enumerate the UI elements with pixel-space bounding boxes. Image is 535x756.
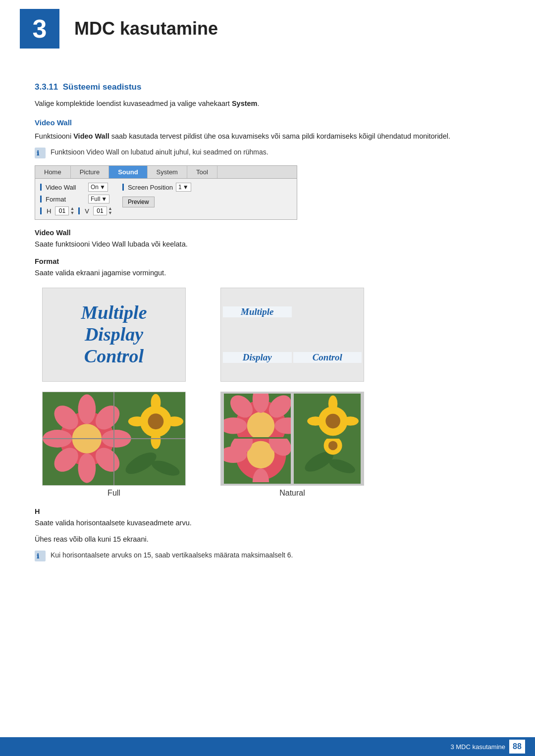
natural-caption: Natural <box>279 489 305 498</box>
video-wall-value: On <box>91 184 99 191</box>
section-intro: Valige komplektide loendist kuvaseadmed … <box>35 98 500 109</box>
v-bar <box>78 207 80 214</box>
format-img-full-photo <box>42 392 186 486</box>
tab-picture[interactable]: Picture <box>71 166 109 178</box>
screen-pos-select[interactable]: 1 ▼ <box>176 183 191 192</box>
note-box: ℹ Funktsioon Video Wall on lubatud ainul… <box>35 147 500 158</box>
format-item-natural-photo: Natural <box>213 392 372 498</box>
full-caption: Full <box>107 489 120 498</box>
h-label: H <box>47 207 51 215</box>
h-arrows[interactable]: ▲▼ <box>70 206 74 215</box>
format-item-full-mdc: MultipleDisplayControl <box>35 288 193 382</box>
format-grid: MultipleDisplayControl Multiple Display … <box>35 288 372 498</box>
ui-mockup: Home Picture Sound System Tool Video Wal… <box>35 165 297 220</box>
chapter-number-box: 3 <box>20 9 59 49</box>
format-img-natural-mdc: Multiple Display Control <box>220 288 364 382</box>
video-wall-bar <box>40 184 42 191</box>
mdc-text-full: MultipleDisplayControl <box>81 302 147 367</box>
svg-point-50 <box>328 441 338 450</box>
section-title: 3.3.11 Süsteemi seadistus <box>35 82 500 92</box>
chapter-number: 3 <box>33 14 47 44</box>
h-bar <box>40 207 42 214</box>
preview-button[interactable]: Preview <box>122 197 155 207</box>
h-label-main: H <box>35 507 500 515</box>
screen-pos-value: 1 <box>178 184 182 191</box>
video-wall-sub-label: Video Wall <box>35 229 500 237</box>
full-photo-svg <box>43 392 185 486</box>
format-arrow: ▼ <box>101 196 107 202</box>
svg-point-20 <box>165 416 183 426</box>
tab-tool[interactable]: Tool <box>187 166 217 178</box>
format-bar <box>40 196 42 202</box>
v-stepper[interactable]: ▲▼ <box>93 206 112 215</box>
svg-point-7 <box>78 394 96 424</box>
screen-pos-label: Screen Position <box>128 184 173 191</box>
format-img-natural-photo <box>220 392 364 486</box>
screen-position-row: Screen Position 1 ▼ <box>122 183 191 192</box>
svg-point-19 <box>128 416 146 426</box>
footer: 3 MDC kasutamine 88 <box>0 737 535 756</box>
format-value: Full <box>91 196 100 202</box>
note-text: Funktsioon Video Wall on lubatud ainult … <box>51 147 268 157</box>
svg-point-18 <box>151 431 160 449</box>
h-text1: Saate valida horisontaalsete kuvaseadmet… <box>35 517 500 529</box>
h-note-icon: ℹ <box>35 551 46 561</box>
section-heading: Süsteemi seadistus <box>63 82 142 92</box>
format-select[interactable]: Full ▼ <box>88 195 109 203</box>
note-icon: ℹ <box>35 148 46 158</box>
ui-tabs: Home Picture Sound System Tool <box>35 166 297 179</box>
svg-point-35 <box>325 414 340 429</box>
v-input[interactable] <box>93 206 107 215</box>
footer-page-number: 88 <box>509 740 525 754</box>
section-number: 3.3.11 <box>35 82 58 92</box>
video-wall-sub-text: Saate funktsiooni Video Wall lubada või … <box>35 239 500 250</box>
svg-point-16 <box>148 413 164 429</box>
tab-system[interactable]: System <box>148 166 187 178</box>
chapter-title: MDC kasutamine <box>74 18 218 39</box>
svg-point-17 <box>151 394 160 411</box>
format-sub-text: Saate valida ekraani jagamise vormingut. <box>35 267 500 279</box>
svg-point-37 <box>307 416 323 426</box>
h-note-text: Kui horisontaalsete arvuks on 15, saab v… <box>51 550 293 560</box>
h-input[interactable] <box>55 206 69 215</box>
h-stepper[interactable]: ▲▼ <box>55 206 74 215</box>
video-wall-intro: Funktsiooni Video Wall saab kasutada ter… <box>35 131 500 142</box>
screen-pos-bar <box>122 184 124 191</box>
video-wall-select[interactable]: On ▼ <box>88 183 108 192</box>
svg-point-8 <box>78 454 96 483</box>
v-arrows[interactable]: ▲▼ <box>108 206 112 215</box>
screen-pos-arrow: ▼ <box>183 184 189 191</box>
h-note-box: ℹ Kui horisontaalsete arvuks on 15, saab… <box>35 550 500 561</box>
tab-home[interactable]: Home <box>35 166 71 178</box>
footer-text: 3 MDC kasutamine <box>450 743 505 751</box>
h-text2: Ühes reas võib olla kuni 15 ekraani. <box>35 534 500 545</box>
svg-point-38 <box>342 416 359 426</box>
svg-point-36 <box>328 395 338 411</box>
video-wall-arrow: ▼ <box>100 184 106 191</box>
format-img-full-mdc: MultipleDisplayControl <box>42 288 186 382</box>
video-wall-label: Video Wall <box>46 184 85 191</box>
format-item-full-photo: Full <box>35 392 193 498</box>
subsection-video-wall-title: Video Wall <box>35 118 500 127</box>
format-sub-label: Format <box>35 257 500 265</box>
format-item-natural-mdc: Multiple Display Control <box>213 288 372 382</box>
v-label: V <box>85 207 89 215</box>
format-label: Format <box>46 196 85 203</box>
tab-sound[interactable]: Sound <box>109 166 147 178</box>
